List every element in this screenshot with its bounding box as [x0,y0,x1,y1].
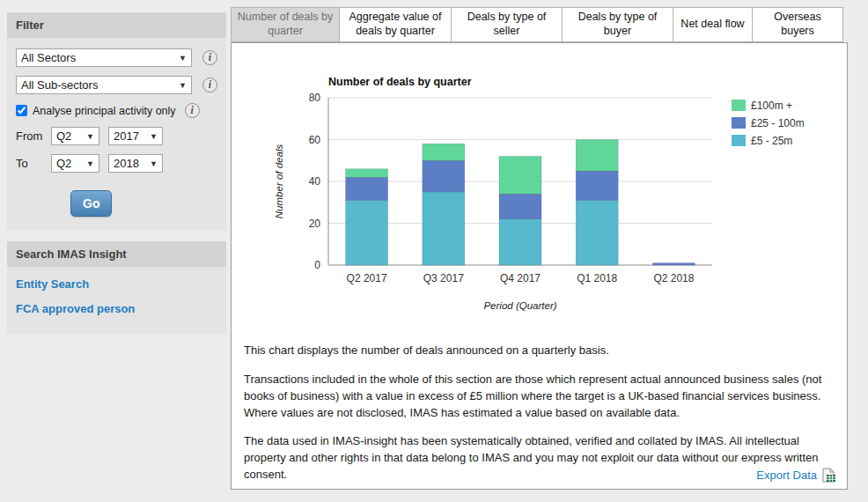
analyse-principal-label: Analyse principal activity only [33,105,176,117]
export-data-label: Export Data [756,469,817,482]
tab-number-of-deals-by-quarter[interactable]: Number of deals by quarter [231,7,340,42]
bar-segment [346,177,388,200]
analyse-info-icon[interactable]: i [185,103,200,118]
subsectors-select-value: All Sub-sectors [21,78,98,92]
tab-label: Net deal flow [680,18,744,32]
go-button[interactable]: Go [70,190,112,217]
subsectors-info-icon[interactable]: i [202,78,217,92]
to-label: To [16,157,51,170]
filter-header: Filter [7,12,226,38]
tab-deals-by-type-of-buyer[interactable]: Deals by type of buyer [562,7,673,42]
tab-aggregate-value-of-deals-by-quarter[interactable]: Aggregate value of deals by quarter [339,7,452,42]
bar-segment [499,219,541,265]
bar-segment [423,192,465,265]
chart-panel: 020406080Q2 2017Q3 2017Q4 2017Q1 2018Q2 … [231,42,848,490]
description-paragraph-3: The data used in IMAS-insight has been s… [244,433,835,484]
bar-segment [423,144,465,160]
x-tick-label: Q2 2018 [653,272,694,284]
to-year-select[interactable]: 2018 ▼ [108,154,163,173]
legend-swatch [732,135,746,146]
y-tick-label: 40 [309,175,321,188]
bar-segment [499,157,541,195]
from-label: From [16,129,51,143]
x-tick-label: Q1 2018 [577,272,617,284]
tab-label: Number of deals by quarter [237,11,334,38]
chevron-down-icon: ▼ [86,159,94,168]
entity-search-link[interactable]: Entity Search [16,277,217,291]
analyse-principal-checkbox[interactable] [16,105,27,116]
sectors-info-icon[interactable]: i [202,50,217,65]
chevron-down-icon: ▼ [179,81,187,90]
y-tick-label: 0 [314,259,320,271]
to-year-value: 2018 [114,157,139,170]
legend-swatch [732,117,746,129]
y-tick-label: 60 [309,134,321,146]
legend-label: £25 - 100m [751,117,805,129]
bar-segment [576,171,618,200]
from-quarter-select[interactable]: Q2 ▼ [51,127,99,145]
tab-label: Aggregate value of deals by quarter [345,11,445,38]
bar-segment [652,263,695,265]
bar-segment [423,160,465,192]
x-tick-label: Q3 2017 [423,272,464,284]
export-data-link[interactable]: Export Data [756,468,836,483]
legend-swatch [732,100,746,111]
y-tick-label: 80 [309,92,321,104]
x-tick-label: Q4 2017 [500,272,541,284]
sidebar: Filter All Sectors ▼ i All Sub-sectors ▼… [7,12,226,344]
description-paragraph-2: Transactions included in the whole of th… [244,372,835,422]
tab-label: Overseas buyers [758,11,837,38]
legend-label: £5 - 25m [751,135,792,147]
chart-description: This chart displays the number of deals … [244,343,835,484]
search-header: Search IMAS Insight [7,241,226,267]
from-year-select[interactable]: 2017 ▼ [108,127,163,145]
to-quarter-value: Q2 [56,157,71,170]
excel-export-icon [821,468,836,483]
chevron-down-icon: ▼ [150,159,158,168]
filter-body: All Sectors ▼ i All Sub-sectors ▼ i Anal… [7,38,226,231]
deals-by-quarter-chart: 020406080Q2 2017Q3 2017Q4 2017Q1 2018Q2 … [244,52,835,329]
search-section: Search IMAS Insight Entity Search FCA ap… [7,241,226,334]
chevron-down-icon: ▼ [86,132,94,141]
legend-label: £100m + [751,100,792,112]
to-quarter-select[interactable]: Q2 ▼ [51,154,99,173]
tab-deals-by-type-of-seller[interactable]: Deals by type of seller [451,7,563,42]
tab-label: Deals by type of seller [457,11,556,38]
y-tick-label: 20 [309,218,321,230]
bar-segment [346,169,388,178]
bar-segment [346,200,388,265]
x-tick-label: Q2 2017 [347,272,387,284]
tab-overseas-buyers[interactable]: Overseas buyers [752,7,843,42]
sectors-select[interactable]: All Sectors ▼ [16,48,192,67]
bar-segment [576,140,618,172]
chevron-down-icon: ▼ [150,132,158,141]
tab-label: Deals by type of buyer [568,11,667,38]
sectors-select-value: All Sectors [21,51,76,64]
tab-net-deal-flow[interactable]: Net deal flow [673,7,753,42]
filter-section: Filter All Sectors ▼ i All Sub-sectors ▼… [7,12,226,231]
main-content: Number of deals by quarterAggregate valu… [231,7,848,42]
subsectors-select[interactable]: All Sub-sectors ▼ [16,76,192,94]
y-axis-label: Number of deals [274,144,284,219]
description-paragraph-1: This chart displays the number of deals … [244,343,835,359]
chart-title: Number of deals by quarter [328,76,472,88]
bar-segment [499,194,541,219]
from-year-value: 2017 [114,129,139,143]
tab-bar: Number of deals by quarterAggregate valu… [231,7,848,42]
x-axis-label: Period (Quarter) [483,300,556,311]
bar-segment [576,200,618,265]
fca-approved-person-link[interactable]: FCA approved person [16,302,217,315]
chevron-down-icon: ▼ [179,54,187,63]
from-quarter-value: Q2 [56,129,71,143]
